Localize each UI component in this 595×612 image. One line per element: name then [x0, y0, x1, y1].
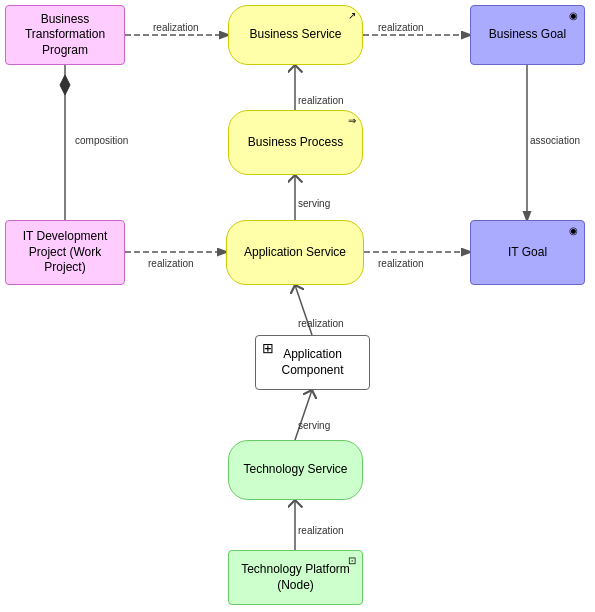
label-idp-as: realization [148, 258, 194, 269]
node-ig: ◉ IT Goal [470, 220, 585, 285]
node-bs: ↗ Business Service [228, 5, 363, 65]
ac-icon: ⊞ [262, 340, 274, 356]
node-ts: Technology Service [228, 440, 363, 500]
node-btp-label: Business Transformation Program [6, 8, 124, 63]
node-bs-label: Business Service [243, 23, 347, 47]
node-bp: ⇒ Business Process [228, 110, 363, 175]
node-ig-label: IT Goal [502, 241, 553, 265]
label-btp-idp: composition [75, 135, 128, 146]
node-bg-label: Business Goal [483, 23, 572, 47]
node-idp-label: IT Development Project (Work Project) [6, 225, 124, 280]
bs-icon: ↗ [348, 10, 356, 21]
label-ts-tp: realization [298, 525, 344, 536]
node-tp-label: Technology Platform (Node) [229, 558, 362, 597]
label-as-ig: realization [378, 258, 424, 269]
tp-icon: ⊡ [348, 555, 356, 566]
node-tp: ⊡ Technology Platform (Node) [228, 550, 363, 605]
label-as-bp: serving [298, 198, 330, 209]
diagram-container: Business Transformation Program ↗ Busine… [0, 0, 595, 612]
node-bp-label: Business Process [242, 131, 349, 155]
svg-marker-11 [60, 75, 70, 95]
node-as-label: Application Service [238, 241, 352, 265]
node-as: Application Service [226, 220, 364, 285]
node-ts-label: Technology Service [237, 458, 353, 482]
label-btp-bs: realization [153, 22, 199, 33]
ig-icon: ◉ [569, 225, 578, 236]
node-bg: ◉ Business Goal [470, 5, 585, 65]
node-btp: Business Transformation Program [5, 5, 125, 65]
label-bs-bg: realization [378, 22, 424, 33]
bp-icon: ⇒ [348, 115, 356, 126]
label-ac-ts: serving [298, 420, 330, 431]
node-idp: IT Development Project (Work Project) [5, 220, 125, 285]
arrows-layer [0, 0, 595, 612]
svg-line-9 [295, 390, 312, 440]
label-bp-bs: realization [298, 95, 344, 106]
node-ac: ⊞ Application Component [255, 335, 370, 390]
bg-icon: ◉ [569, 10, 578, 21]
label-bg-ig: association [530, 135, 580, 146]
label-ac-as: realization [298, 318, 344, 329]
